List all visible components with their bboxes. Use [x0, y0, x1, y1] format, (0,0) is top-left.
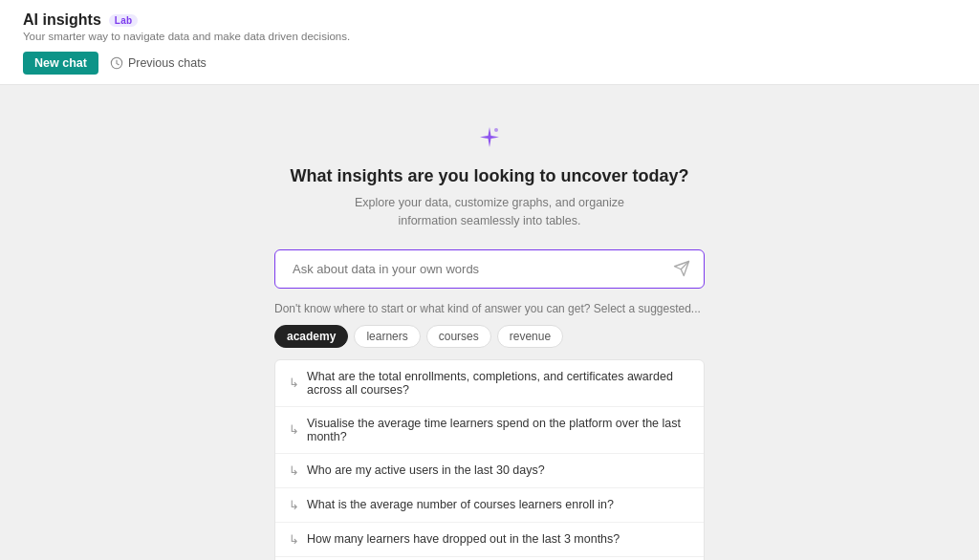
filter-tab-academy[interactable]: academy	[274, 325, 348, 348]
suggestion-text: Who are my active users in the last 30 d…	[307, 463, 545, 477]
svg-point-1	[494, 128, 498, 132]
new-chat-button[interactable]: New chat	[23, 52, 98, 75]
suggestion-text: Visualise the average time learners spen…	[307, 417, 690, 443]
suggestion-item[interactable]: ↳Who are my active users in the last 30 …	[275, 454, 704, 488]
app-title: AI insights	[23, 11, 101, 29]
suggestion-text: What are the total enrollments, completi…	[307, 370, 690, 397]
filter-tabs: academylearnerscoursesrevenue	[274, 325, 705, 348]
search-container	[274, 249, 705, 289]
ai-sparkle-icon	[475, 123, 504, 155]
previous-chats-label: Previous chats	[128, 56, 207, 70]
corner-arrow-icon: ↳	[289, 463, 299, 478]
search-input[interactable]	[285, 250, 669, 288]
corner-arrow-icon: ↳	[289, 498, 299, 512]
suggestion-item[interactable]: ↳What are the total enrollments, complet…	[275, 360, 704, 407]
corner-arrow-icon: ↳	[289, 422, 299, 437]
suggestion-item[interactable]: ↳Show me the 3 most popular courses in t…	[275, 557, 704, 561]
main-heading: What insights are you looking to uncover…	[290, 166, 688, 186]
clock-icon	[110, 56, 123, 70]
corner-arrow-icon: ↳	[289, 376, 299, 390]
header: AI insights Lab Your smarter way to navi…	[0, 0, 979, 85]
filter-tab-revenue[interactable]: revenue	[497, 325, 563, 348]
send-button[interactable]	[669, 256, 694, 281]
main-subtext: Explore your data, customize graphs, and…	[355, 194, 624, 230]
app-subtitle: Your smarter way to navigate data and ma…	[23, 31, 956, 42]
suggestion-item[interactable]: ↳What is the average number of courses l…	[275, 488, 704, 523]
previous-chats-link[interactable]: Previous chats	[110, 56, 207, 70]
suggestion-item[interactable]: ↳How many learners have dropped out in t…	[275, 523, 704, 557]
suggestions-list: ↳What are the total enrollments, complet…	[274, 359, 705, 561]
suggestion-text: What is the average number of courses le…	[307, 498, 614, 511]
suggestion-hint: Don't know where to start or what kind o…	[274, 302, 705, 315]
send-icon	[673, 260, 690, 277]
corner-arrow-icon: ↳	[289, 532, 299, 547]
header-actions: New chat Previous chats	[23, 52, 956, 75]
main-content: What insights are you looking to uncover…	[0, 85, 979, 560]
filter-tab-courses[interactable]: courses	[426, 325, 491, 348]
suggestion-text: How many learners have dropped out in th…	[307, 532, 620, 546]
suggestion-item[interactable]: ↳Visualise the average time learners spe…	[275, 407, 704, 454]
filter-tab-learners[interactable]: learners	[354, 325, 420, 348]
lab-badge: Lab	[109, 14, 139, 27]
